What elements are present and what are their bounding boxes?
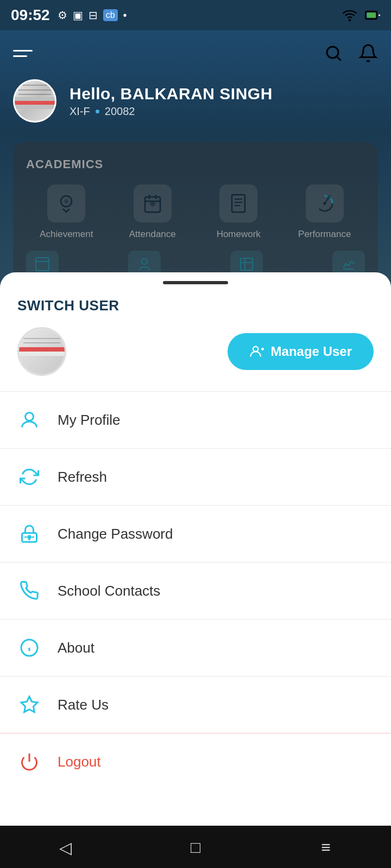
manage-user-label: Manage User [271, 344, 352, 359]
school-contacts-label: School Contacts [58, 583, 160, 599]
contacts-icon [17, 579, 41, 603]
top-navigation [13, 43, 378, 63]
sheet-handle [163, 281, 228, 284]
menu-button[interactable]: ≡ [304, 826, 348, 868]
app-background: Hello, BALKARAN SINGH XI-F 20082 ACADEMI… [0, 30, 391, 283]
refresh-label: Refresh [58, 469, 107, 486]
academics-section: ACADEMICS Achievement [13, 142, 378, 283]
logout-label: Logout [58, 754, 101, 770]
notification-icon[interactable] [358, 43, 378, 63]
menu-item-school-contacts[interactable]: School Contacts [0, 563, 391, 619]
bottom-navigation: ◁ □ ≡ [0, 826, 391, 868]
app-icon: cb [103, 9, 118, 21]
avatar [13, 79, 56, 123]
user-icon [17, 408, 41, 432]
home-icon: □ [191, 838, 200, 857]
about-label: About [58, 640, 94, 656]
settings-icon: ⚙ [58, 9, 67, 22]
user-class: XI-F [70, 105, 90, 118]
svg-rect-3 [367, 12, 376, 17]
manage-user-icon [249, 344, 264, 359]
back-button[interactable]: ◁ [43, 826, 87, 868]
user-info: Hello, BALKARAN SINGH XI-F 20082 [70, 85, 273, 118]
power-icon [17, 750, 41, 774]
separator-dot [96, 110, 99, 113]
menu-item-rate-us[interactable]: Rate Us [0, 676, 391, 733]
info-icon [17, 636, 41, 660]
menu-item-logout[interactable]: Logout [0, 733, 391, 790]
svg-point-20 [28, 536, 31, 539]
status-right-icons [342, 8, 380, 23]
manage-user-button[interactable]: Manage User [228, 333, 374, 370]
hamburger-icon[interactable] [13, 50, 33, 57]
menu-icon: ≡ [321, 838, 331, 857]
status-time: 09:52 [11, 7, 50, 24]
password-icon [17, 522, 41, 546]
menu-item-change-password[interactable]: Change Password [0, 506, 391, 562]
wifi-icon [342, 8, 357, 23]
menu-item-my-profile[interactable]: My Profile [0, 392, 391, 448]
back-icon: ◁ [59, 838, 72, 857]
menu-item-about[interactable]: About [0, 620, 391, 676]
screen-icon: ▣ [73, 9, 83, 22]
svg-marker-27 [21, 697, 37, 712]
user-rollno: 20082 [105, 105, 135, 118]
sheet-avatar [17, 327, 66, 376]
status-bar: 09:52 ⚙ ▣ ⊟ cb • [0, 0, 391, 30]
svg-point-18 [26, 413, 34, 421]
my-profile-label: My Profile [58, 412, 121, 429]
svg-point-0 [349, 20, 350, 21]
rate-us-label: Rate Us [58, 697, 109, 713]
status-icons: ⚙ ▣ ⊟ cb • [58, 9, 127, 22]
user-meta: XI-F 20082 [70, 105, 273, 118]
user-name: Hello, BALKARAN SINGH [70, 85, 273, 103]
user-row: Manage User [17, 327, 374, 376]
refresh-icon [17, 465, 41, 489]
home-button[interactable]: □ [174, 826, 217, 868]
change-password-label: Change Password [58, 526, 173, 542]
menu-item-refresh[interactable]: Refresh [0, 449, 391, 505]
overlay-dim [13, 142, 378, 283]
search-icon[interactable] [324, 43, 343, 63]
switch-user-title: SWITCH USER [17, 297, 374, 314]
svg-point-4 [327, 47, 338, 58]
sheet-handle-area [0, 272, 391, 284]
user-header: Hello, BALKARAN SINGH XI-F 20082 [13, 79, 378, 123]
bottom-sheet: SWITCH USER Manage User [0, 272, 391, 826]
dot-icon: • [123, 9, 127, 22]
battery-icon [365, 8, 380, 23]
svg-point-17 [253, 347, 258, 352]
star-icon [17, 693, 41, 717]
sim-icon: ⊟ [89, 9, 98, 22]
